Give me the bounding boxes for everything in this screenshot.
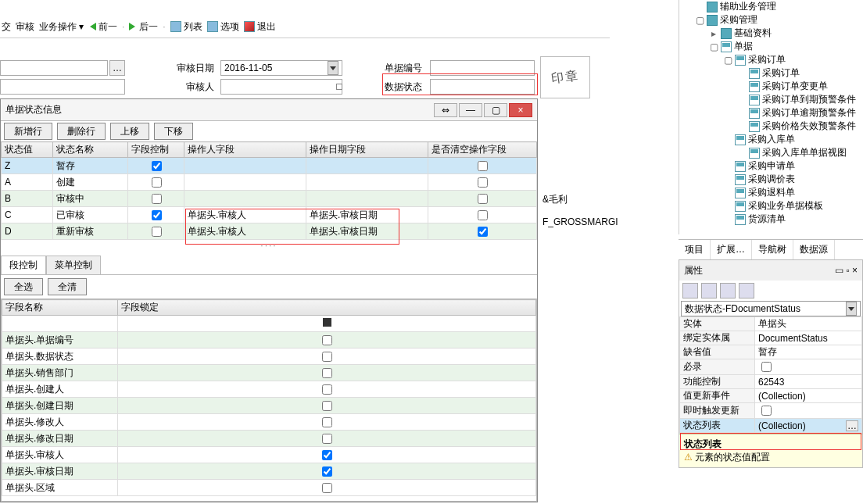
tree-twisty-icon[interactable] [723, 162, 732, 171]
cb-lock[interactable] [322, 368, 332, 378]
tb-prev[interactable]: 前一 [88, 20, 117, 34]
tree-node[interactable]: 采购业务单据模板 [679, 199, 863, 213]
prop-row[interactable]: 实体单据头 [680, 317, 862, 331]
tree-node[interactable]: 采购价格失效预警条件 [679, 120, 863, 133]
col-czrqzd[interactable]: 操作日期字段 [306, 142, 428, 158]
tree-node[interactable]: 采购调价表 [679, 173, 863, 186]
tree-twisty-icon[interactable] [737, 122, 747, 131]
tree-node[interactable]: ▢采购订单 [679, 53, 863, 66]
prop-ico-3[interactable] [720, 283, 736, 298]
cb-lock[interactable] [322, 450, 332, 460]
field-row[interactable]: 单据头.创建人 [2, 381, 536, 398]
cb-clear[interactable] [478, 194, 488, 204]
field-row[interactable]: 单据头.单据编号 [2, 332, 536, 349]
prop-row[interactable]: 缺省值暂存 [680, 345, 862, 359]
prop-title-btns[interactable]: ▭ ▫ × [835, 265, 858, 276]
nav-tree[interactable]: 辅助业务管理▢采购管理▸基础资料▢单据▢采购订单采购订单采购订单变更单采购订单到… [679, 0, 863, 234]
prop-row[interactable]: 状态列表(Collection) … [680, 419, 862, 433]
tree-twisty-icon[interactable] [737, 109, 747, 118]
tree-twisty-icon[interactable] [723, 202, 732, 211]
status-row[interactable]: A创建 [2, 174, 537, 191]
tree-twisty-icon[interactable] [723, 188, 732, 198]
prop-row[interactable]: 必录 [680, 359, 862, 375]
dlg-min-btn[interactable]: — [459, 103, 482, 117]
prop-selector[interactable]: 数据状态-FDocumentStatus [681, 301, 861, 316]
field-row[interactable]: 单据头.审核日期 [2, 463, 536, 480]
fld-djbh[interactable] [430, 60, 535, 76]
cb-lock[interactable] [322, 352, 332, 362]
prop-ico-1[interactable] [682, 283, 698, 298]
btn-selall[interactable]: 全选 [4, 278, 43, 295]
cb-lock[interactable] [322, 335, 332, 345]
prop-ico-4[interactable] [739, 283, 754, 298]
col2-lock[interactable]: 字段锁定 [118, 300, 536, 316]
tab3-dhs[interactable]: 导航树 [752, 240, 793, 259]
tree-twisty-icon[interactable]: ▢ [709, 42, 718, 52]
date-shrq[interactable]: 2016-11-05 [220, 60, 342, 76]
date-dropdown-icon[interactable] [328, 61, 338, 75]
tree-twisty-icon[interactable] [723, 135, 732, 145]
tb-exit[interactable]: 退出 [244, 20, 276, 34]
tree-twisty-icon[interactable] [723, 215, 732, 224]
cb-lock[interactable] [322, 434, 332, 444]
tab3-xm[interactable]: 项目 [679, 240, 711, 259]
tab-menu[interactable]: 菜单控制 [46, 256, 101, 274]
tb-opt[interactable]: 选项 [207, 20, 239, 34]
tree-node[interactable]: 货源清单 [679, 213, 863, 226]
btn-up[interactable]: 上移 [110, 123, 149, 140]
prop-ico-2[interactable] [701, 283, 717, 298]
cb-clear[interactable] [478, 177, 488, 188]
tree-twisty-icon[interactable]: ▢ [695, 16, 704, 25]
tree-twisty-icon[interactable] [737, 82, 747, 91]
btn-selnone[interactable]: 全清 [48, 278, 87, 295]
tb-shenhe[interactable]: 审核 [16, 20, 34, 34]
tree-node[interactable]: ▢采购管理 [679, 13, 863, 27]
tree-node[interactable]: ▢单据 [679, 40, 863, 53]
col-sfqk[interactable]: 是否清空操作字段 [428, 142, 537, 158]
cb-clear[interactable] [478, 161, 488, 171]
tree-node[interactable]: 采购订单变更单 [679, 80, 863, 93]
cb-clear[interactable] [478, 227, 488, 237]
dlg-max-btn[interactable]: ▢ [484, 103, 507, 117]
cb-tri-icon[interactable] [323, 318, 331, 327]
tree-twisty-icon[interactable] [737, 148, 747, 158]
tab-duan[interactable]: 段控制 [1, 256, 46, 274]
tree-node[interactable]: ▸基础资料 [679, 27, 863, 40]
fld-unknown1[interactable] [0, 60, 108, 76]
prop-ellipsis-btn[interactable]: … [846, 420, 858, 431]
col-ztmc[interactable]: 状态名称 [53, 142, 128, 158]
status-row[interactable]: D重新审核单据头.审核人单据头.审核日期 [2, 223, 537, 240]
tb-next[interactable]: 后一 [129, 20, 158, 34]
tb-list[interactable]: 列表 [170, 20, 202, 34]
tree-twisty-icon[interactable] [723, 175, 732, 184]
field-row[interactable]: 单据头.修改人 [2, 414, 536, 431]
tree-twisty-icon[interactable]: ▢ [723, 55, 732, 65]
prop-row[interactable]: 即时触发更新 [680, 403, 862, 419]
fld-sjzt[interactable] [430, 79, 535, 95]
field-row[interactable]: 单据头.创建日期 [2, 398, 536, 414]
cb-clear[interactable] [478, 210, 488, 220]
cb-zdkz[interactable] [152, 161, 162, 171]
dlg-close-btn[interactable]: × [509, 103, 532, 117]
cb-zdkz[interactable] [152, 194, 162, 204]
col2-name[interactable]: 字段名称 [2, 300, 118, 316]
field-row[interactable]: 单据头.销售部门 [2, 365, 536, 381]
tree-node[interactable]: 采购订单逾期预警条件 [679, 106, 863, 120]
field-row[interactable]: 单据头.审核人 [2, 447, 536, 463]
cb-lock[interactable] [322, 417, 332, 427]
cb-lock[interactable] [322, 466, 332, 477]
status-row[interactable]: Z暂存 [2, 158, 537, 174]
col-zdkz[interactable]: 字段控制 [128, 142, 184, 158]
prop-row[interactable]: 值更新事件(Collection) [680, 389, 862, 403]
fld-shr-lookup[interactable] [336, 84, 342, 90]
tree-node[interactable]: 辅助业务管理 [679, 0, 863, 13]
dlg-mid-btn[interactable]: ⇔ [434, 103, 457, 117]
status-row[interactable]: C已审核单据头.审核人单据头.审核日期 [2, 207, 537, 223]
lookup-btn-1[interactable]: … [109, 60, 125, 76]
status-row[interactable]: B审核中 [2, 191, 537, 207]
cb-zdkz[interactable] [152, 177, 162, 188]
cb-lock[interactable] [322, 401, 332, 411]
fld-shr[interactable] [220, 79, 342, 95]
field-row[interactable]: 单据头.数据状态 [2, 349, 536, 365]
cb-lock[interactable] [322, 384, 332, 395]
